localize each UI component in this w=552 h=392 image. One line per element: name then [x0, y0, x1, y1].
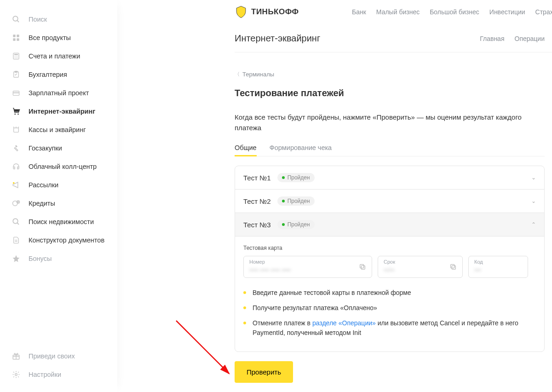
svg-rect-5	[17, 38, 19, 40]
headset-icon	[11, 162, 21, 171]
sidebar-item-accounting[interactable]: Бухгалтерия	[0, 65, 117, 84]
card-number-value: •••• •••• •••• ••••	[249, 266, 291, 274]
sidebar-item-callcenter[interactable]: Облачный колл-центр	[0, 157, 117, 176]
calculator-icon	[11, 52, 21, 61]
megaphone-icon	[11, 180, 21, 190]
search-house-icon	[11, 217, 21, 226]
sidebar-item-label: Кредиты	[29, 200, 55, 207]
test-details: Тестовая карта Номер •••• •••• •••• ••••…	[235, 236, 544, 352]
copy-icon[interactable]	[359, 263, 366, 271]
test-row[interactable]: Тест №1 Пройден ⌄	[235, 166, 544, 189]
logo-icon	[235, 6, 247, 18]
star-icon	[11, 254, 21, 263]
search-icon	[11, 15, 21, 24]
sidebar-item-acquiring[interactable]: Интернет-эквайринг	[0, 102, 117, 121]
tab-general[interactable]: Общие	[235, 144, 257, 156]
sidebar: Поиск Все продукты Счета и платежи Бухга…	[0, 0, 117, 392]
copy-icon[interactable]	[449, 263, 457, 271]
svg-rect-39	[452, 265, 455, 269]
svg-rect-7	[14, 54, 18, 55]
step-item: Введите данные тестовой карты в платежно…	[243, 288, 536, 298]
topnav-link[interactable]: Малый бизнес	[376, 8, 420, 16]
page-content: 〈 Терминалы Тестирование платежей Когда …	[235, 52, 552, 383]
topnav-link[interactable]: Инвестиции	[489, 8, 525, 16]
tab-receipt[interactable]: Формирование чека	[270, 144, 332, 156]
card-expiry-field[interactable]: Срок ••/••	[378, 256, 463, 278]
brand-logo[interactable]: ТИНЬКОФФ	[235, 6, 299, 18]
sidebar-item-documents[interactable]: Конструктор документов	[0, 231, 117, 249]
wallet-icon	[11, 88, 21, 98]
svg-point-12	[16, 58, 17, 58]
terminal-icon	[11, 125, 21, 134]
sidebar-item-label: Интернет-эквайринг	[29, 108, 95, 115]
sidebar-item-bonuses[interactable]: Бонусы	[0, 249, 117, 268]
sidebar-item-label: Приведи своих	[29, 352, 75, 360]
test-card-label: Тестовая карта	[243, 245, 536, 251]
test-title: Тест №3	[243, 221, 271, 229]
svg-rect-2	[13, 35, 15, 37]
svg-point-29	[13, 219, 18, 224]
test-title: Тест №2	[243, 197, 271, 205]
operations-link[interactable]: разделе «Операции»	[312, 319, 376, 327]
instruction-steps: Введите данные тестовой карты в платежно…	[243, 288, 536, 338]
subheader-link-operations[interactable]: Операции	[515, 35, 545, 42]
sidebar-item-label: Зарплатный проект	[29, 89, 89, 97]
sidebar-item-label: Все продукты	[29, 34, 71, 41]
gear-icon	[11, 370, 21, 379]
sidebar-item-realestate[interactable]: Поиск недвижимости	[0, 213, 117, 231]
gavel-icon	[11, 144, 21, 153]
sidebar-item-label: Облачный колл-центр	[29, 163, 97, 170]
test-row[interactable]: Тест №3 Пройден ⌃	[235, 213, 544, 236]
svg-rect-3	[17, 35, 19, 37]
svg-rect-4	[13, 38, 15, 40]
subheader: Интернет-эквайринг Главная Операции	[235, 24, 552, 52]
sidebar-item-label: Конструктор документов	[29, 236, 104, 244]
sidebar-item-referral[interactable]: Приведи своих	[0, 347, 117, 365]
status-badge: Пройден	[277, 196, 315, 206]
sidebar-item-label: Рассылки	[29, 181, 58, 189]
page-title: Тестирование платежей	[235, 88, 545, 98]
sidebar-item-label: Настройки	[29, 371, 61, 378]
sidebar-item-credits[interactable]: Кредиты	[0, 194, 117, 213]
sidebar-item-pos[interactable]: Кассы и эквайринг	[0, 121, 117, 139]
sidebar-item-label: Поиск	[29, 16, 47, 23]
grid-icon	[11, 33, 21, 42]
subheader-link-main[interactable]: Главная	[480, 35, 504, 42]
svg-point-9	[16, 57, 17, 58]
svg-point-18	[14, 114, 16, 115]
step-item: Получите результат платежа «Оплачено»	[243, 303, 536, 313]
chevron-up-icon: ⌃	[531, 221, 536, 228]
test-row[interactable]: Тест №2 Пройден ⌄	[235, 189, 544, 213]
topnav-link[interactable]: Большой бизнес	[430, 8, 479, 16]
gift-icon	[11, 352, 21, 361]
document-icon	[11, 236, 21, 245]
field-label: Код	[474, 259, 483, 265]
check-button[interactable]: Проверить	[235, 361, 293, 383]
sidebar-item-procurement[interactable]: Госзакупки	[0, 139, 117, 157]
breadcrumb[interactable]: 〈 Терминалы	[235, 71, 545, 78]
breadcrumb-label: Терминалы	[242, 71, 274, 78]
topnav-link[interactable]: Страхование	[535, 8, 552, 16]
svg-line-30	[17, 223, 19, 225]
sidebar-item-campaigns[interactable]: Рассылки	[0, 176, 117, 194]
svg-point-19	[17, 114, 19, 115]
test-list: Тест №1 Пройден ⌄ Тест №2 Пройден ⌄ Тест…	[235, 166, 545, 352]
sidebar-item-search[interactable]: Поиск	[0, 10, 117, 29]
svg-line-1	[17, 20, 19, 22]
card-expiry-value: ••/••	[384, 266, 395, 274]
card-code-field[interactable]: Код •••	[468, 256, 528, 278]
sidebar-item-accounts[interactable]: Счета и платежи	[0, 47, 117, 65]
svg-rect-38	[360, 265, 364, 268]
svg-point-13	[17, 58, 18, 58]
svg-point-24	[13, 182, 15, 184]
topnav-link[interactable]: Банк	[352, 8, 366, 16]
card-number-field[interactable]: Номер •••• •••• •••• ••••	[243, 256, 372, 278]
sidebar-item-payroll[interactable]: Зарплатный проект	[0, 84, 117, 102]
field-label: Номер	[249, 259, 265, 265]
test-title: Тест №1	[243, 174, 271, 182]
top-nav: ТИНЬКОФФ Банк Малый бизнес Большой бизне…	[235, 0, 552, 24]
main-content: ТИНЬКОФФ Банк Малый бизнес Большой бизне…	[117, 0, 552, 392]
sidebar-item-all-products[interactable]: Все продукты	[0, 29, 117, 47]
sidebar-item-settings[interactable]: Настройки	[0, 365, 117, 384]
field-label: Срок	[384, 259, 395, 265]
